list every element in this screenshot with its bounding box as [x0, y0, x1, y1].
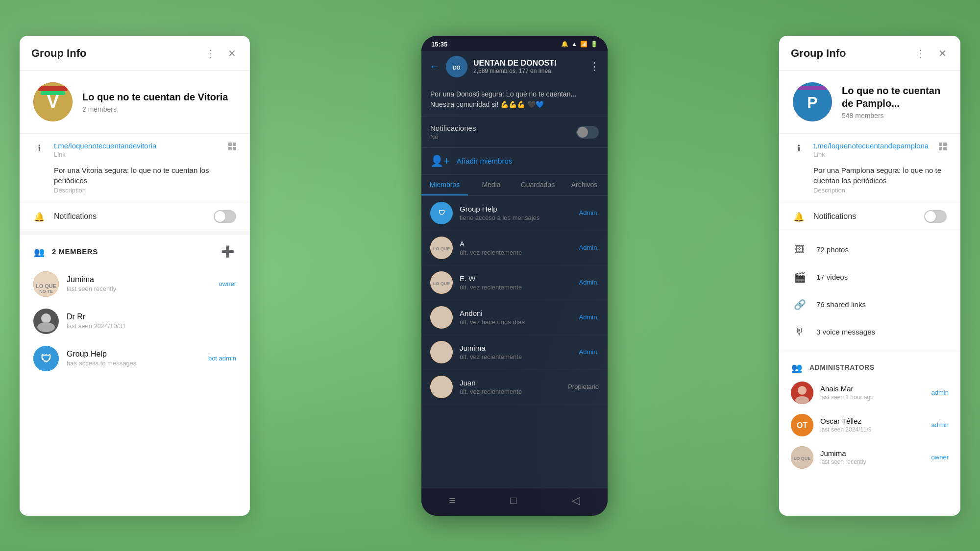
phone-tabs: Miembros Media Guardados Archivos — [421, 175, 608, 196]
right-panel-actions: ⋮ ✕ — [914, 46, 949, 61]
admin-name-1: Oscar Téllez — [820, 417, 925, 425]
add-members-icon: 👤+ — [430, 155, 450, 168]
qr-dot-3 — [228, 147, 232, 150]
left-notif-label: Notifications — [54, 212, 97, 221]
qr-icon[interactable] — [228, 143, 236, 150]
right-qr-icon[interactable] — [939, 143, 947, 150]
right-more-button[interactable]: ⋮ — [914, 46, 928, 61]
phone-member-2[interactable]: LO QUE E. W últ. vez recientemente Admin… — [421, 265, 608, 300]
phone-member-info-4: Jumima últ. vez recientemente — [460, 344, 572, 360]
left-group-hero: V Lo que no te cuentan de Vitoria 2 memb… — [20, 71, 250, 134]
chat-info: UENTAN DE DONOSTI 2,589 miembros, 177 en… — [473, 59, 583, 74]
media-row-photos[interactable]: 🖼 72 photos — [779, 236, 960, 264]
phone-menu-button[interactable]: ⋮ — [589, 60, 600, 73]
svg-rect-19 — [430, 376, 453, 398]
member-info-1: Dr Rr last seen 2024/10/31 — [67, 312, 228, 330]
phone-group-sub: 2,589 miembros, 177 en línea — [473, 68, 583, 74]
tab-media[interactable]: Media — [468, 175, 514, 195]
svg-text:P: P — [807, 94, 817, 111]
right-desc-content: Por una Pamplona segura: lo que no te cu… — [813, 165, 947, 194]
member-status-1: last seen 2024/10/31 — [67, 322, 228, 330]
phone-member-badge-2: Admin. — [579, 279, 599, 286]
left-link-content: t.me/loquenotecuentandevitoria Link — [54, 142, 220, 158]
back-nav-icon[interactable]: ◁ — [572, 494, 580, 507]
phone-member-avatar-4 — [430, 341, 453, 363]
phone-member-4[interactable]: Jumima últ. vez recientemente Admin. — [421, 335, 608, 370]
battery-icon: 🔋 — [590, 41, 598, 48]
phone-member-5[interactable]: Juan últ. vez recientemente Propietario — [421, 370, 608, 405]
admin-status-0: last seen 1 hour ago — [820, 394, 925, 401]
member-row-0[interactable]: LO QUENO TE Jumima last seen recently ow… — [20, 265, 250, 303]
home-icon[interactable]: ≡ — [449, 494, 455, 507]
right-close-button[interactable]: ✕ — [936, 46, 949, 61]
add-member-button[interactable]: ➕ — [219, 243, 236, 261]
add-members-row[interactable]: 👤+ Añadir miembros — [421, 148, 608, 175]
svg-text:LO QUE: LO QUE — [794, 456, 811, 461]
right-panel: Group Info ⋮ ✕ P Lo que no te cuentan de… — [779, 36, 960, 516]
svg-rect-18 — [430, 341, 453, 363]
bell-icon: 🔔 — [33, 211, 45, 223]
media-row-videos[interactable]: 🎬 17 videos — [779, 264, 960, 291]
svg-text:OT: OT — [797, 421, 808, 430]
phone-member-badge-1: Admin. — [579, 244, 599, 251]
phone-member-0[interactable]: 🛡 Group Help tiene acceso a los mensajes… — [421, 196, 608, 231]
svg-text:LO QUE: LO QUE — [433, 246, 450, 251]
right-group-link[interactable]: t.me/loquenotecuentandepamplona — [813, 142, 930, 150]
admins-icon: 👥 — [791, 362, 803, 374]
member-avatar-0: LO QUENO TE — [33, 271, 59, 297]
status-icons: 🔔 ▲ 📶 🔋 — [561, 41, 598, 48]
phone-member-status-2: últ. vez recientemente — [460, 284, 572, 291]
left-notif-toggle[interactable] — [214, 210, 236, 223]
chat-avatar: DO — [446, 56, 467, 77]
media-row-links[interactable]: 🔗 76 shared links — [779, 291, 960, 318]
right-group-avatar: P — [793, 82, 832, 121]
left-panel-actions: ⋮ ✕ — [203, 46, 238, 61]
phone-notif-toggle[interactable] — [576, 126, 599, 139]
phone-member-status-4: últ. vez recientemente — [460, 353, 572, 360]
close-button[interactable]: ✕ — [226, 46, 238, 61]
svg-text:🛡: 🛡 — [41, 353, 51, 365]
phone-member-badge-3: Admin. — [579, 313, 599, 321]
tab-archivos[interactable]: Archivos — [561, 175, 608, 195]
admin-row-2[interactable]: LO QUE Jumima last seen recently owner — [779, 441, 960, 474]
svg-rect-2 — [38, 86, 68, 91]
right-admins-section: 👥 ADMINISTRATORS Anais Mar last seen 1 h… — [779, 351, 960, 479]
admin-info-1: Oscar Téllez last seen 2024/11/9 — [820, 417, 925, 433]
photos-count: 72 photos — [816, 245, 849, 254]
links-count: 76 shared links — [816, 300, 866, 309]
left-members-header: 👥 2 MEMBERS ➕ — [20, 235, 250, 265]
wifi-icon: 📶 — [580, 41, 588, 48]
phone-member-name-5: Juan — [460, 379, 561, 387]
right-info-section: ℹ t.me/loquenotecuentandepamplona Link P… — [779, 134, 960, 202]
right-desc-spacer — [793, 166, 805, 178]
admin-row-0[interactable]: Anais Mar last seen 1 hour ago admin — [779, 377, 960, 409]
more-options-button[interactable]: ⋮ — [203, 46, 217, 61]
admin-row-1[interactable]: OT Oscar Téllez last seen 2024/11/9 admi… — [779, 409, 960, 441]
back-button[interactable]: ← — [429, 60, 440, 73]
left-group-link[interactable]: t.me/loquenotecuentandevitoria — [54, 142, 220, 150]
phone-member-info-5: Juan últ. vez recientemente — [460, 379, 561, 395]
member-row-1[interactable]: Dr Rr last seen 2024/10/31 — [20, 303, 250, 340]
status-time: 15:35 — [431, 41, 447, 48]
right-notif-toggle[interactable] — [924, 210, 947, 223]
members-icon: 👥 — [33, 246, 45, 258]
tab-miembros[interactable]: Miembros — [421, 175, 468, 195]
member-row-2[interactable]: 🛡 Group Help has access to messages bot … — [20, 340, 250, 377]
phone-member-3[interactable]: Andoni últ. vez hace unos días Admin. — [421, 300, 608, 335]
svg-point-7 — [41, 313, 51, 323]
phone-member-badge-5: Propietario — [568, 383, 599, 390]
member-status-0: last seen recently — [67, 285, 211, 292]
phone-members-list: 🛡 Group Help tiene acceso a los mensajes… — [421, 196, 608, 488]
phone-member-avatar-0: 🛡 — [430, 202, 453, 224]
media-row-voice[interactable]: 🎙 3 voice messages — [779, 318, 960, 346]
phone-notif-left: Notificaciones No — [430, 124, 476, 141]
left-info-section: ℹ t.me/loquenotecuentandevitoria Link Po… — [20, 134, 250, 202]
phone-member-1[interactable]: LO QUE A últ. vez recientemente Admin. — [421, 231, 608, 265]
tab-guardados[interactable]: Guardados — [514, 175, 561, 195]
middle-phone: 15:35 🔔 ▲ 📶 🔋 ← DO UENTAN DE DONOSTI 2,5… — [421, 36, 608, 516]
right-info-icon: ℹ — [793, 143, 805, 154]
add-members-label: Añadir miembros — [457, 157, 512, 165]
toggle-knob — [215, 211, 225, 222]
square-icon[interactable]: □ — [510, 494, 516, 507]
links-icon: 🔗 — [791, 296, 808, 313]
